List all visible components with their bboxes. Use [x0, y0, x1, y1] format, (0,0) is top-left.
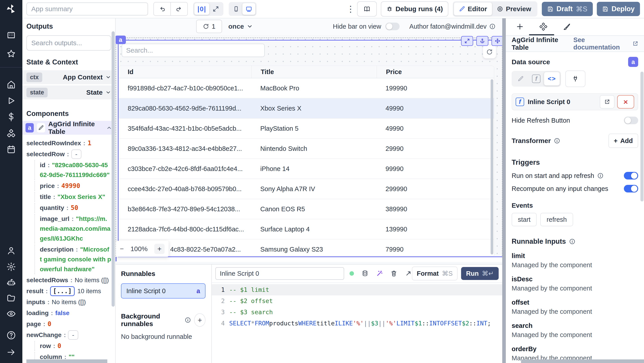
table-row[interactable]: ccee43dc-27e0-40a8-b768-b09579b0...Sony …: [119, 179, 494, 199]
draft-button[interactable]: Draft ⌘S: [542, 2, 593, 16]
aggrid-component[interactable]: a Id Title Price f991898d-cb27-4ac7-b10c…: [118, 40, 502, 257]
users-icon[interactable]: [6, 246, 16, 256]
move-component-button[interactable]: [492, 36, 502, 46]
table-row[interactable]: c303bce7-cb2e-42c6-8fdf-6aa01fc4e4...iPh…: [119, 159, 494, 179]
resources-icon[interactable]: [6, 128, 16, 138]
column-header-title[interactable]: Title: [251, 66, 376, 78]
workers-robot-icon[interactable]: [6, 277, 16, 287]
output-key-image_url[interactable]: image_url:"https://m.media-amazon.com/im…: [34, 214, 111, 243]
run-button[interactable]: Run ⌘↵: [461, 267, 499, 280]
template-mode-button[interactable]: f: [528, 72, 544, 86]
runnable-item-inline-script-0[interactable]: Inline Script 0 a: [121, 283, 206, 298]
collapse-component-button[interactable]: [106, 125, 112, 131]
billing-icon[interactable]: [6, 112, 16, 122]
output-key-newChange[interactable]: newChange:-: [26, 330, 111, 340]
panel-resizer-scrollbar[interactable]: [502, 18, 506, 363]
output-key-page[interactable]: page:0: [26, 319, 111, 329]
rename-component-button[interactable]: [37, 123, 45, 133]
see-documentation-link[interactable]: See documentation: [573, 36, 638, 51]
table-row[interactable]: f991898d-cb27-4ac7-b10c-0b9050ce1...MacB…: [119, 78, 494, 99]
code-line-4[interactable]: 4SELECT * FROM products WHERE title ILIK…: [212, 318, 502, 329]
component-list-item[interactable]: a AgGrid Infinite Table: [22, 121, 115, 135]
output-key-price[interactable]: price:49990: [34, 181, 111, 191]
expand-editor-icon[interactable]: [405, 270, 412, 277]
ctx-row[interactable]: ctx App Context: [22, 70, 115, 84]
output-key-inputs[interactable]: inputs:No items ([]): [26, 297, 111, 307]
workspace-icon[interactable]: [6, 31, 16, 40]
styling-brush-tab[interactable]: [563, 23, 571, 31]
outputs-scrollbar[interactable]: [112, 31, 115, 307]
hide-bar-toggle[interactable]: [385, 23, 400, 30]
output-key-id[interactable]: id:"829ca080-5630-4562-9d5e-7611199dc669…: [34, 160, 111, 180]
sql-code-editor[interactable]: 1-- $1 limit2-- $2 offset3-- $3 search4S…: [212, 284, 502, 329]
remove-script-button[interactable]: ×: [617, 95, 634, 109]
mobile-view-button[interactable]: [230, 3, 242, 15]
output-key-selectedRowIndex[interactable]: selectedRowIndex:1: [26, 138, 111, 148]
static-mode-button[interactable]: [513, 72, 528, 86]
output-key-selectedRow[interactable]: selectedRow:-: [26, 149, 111, 159]
output-key-quantity[interactable]: quantity:50: [34, 203, 111, 213]
schedules-icon[interactable]: [6, 145, 16, 154]
settings-gear-icon[interactable]: [6, 262, 16, 272]
code-line-3[interactable]: 3-- $3 search: [212, 307, 502, 318]
code-line-1[interactable]: 1-- $1 limit: [212, 284, 502, 295]
hide-refresh-toggle[interactable]: [624, 117, 638, 124]
column-header-price[interactable]: Price: [376, 66, 494, 78]
expand-component-button[interactable]: [461, 36, 473, 46]
table-row[interactable]: b3e864c8-7fe3-4270-89e9-54c12038...Canon…: [119, 199, 494, 219]
code-line-2[interactable]: 2-- $2 offset: [212, 295, 502, 307]
windmill-logo[interactable]: [5, 3, 17, 15]
script-name-input[interactable]: [215, 267, 344, 280]
tab-editor[interactable]: Editor: [454, 3, 492, 16]
output-key-loading[interactable]: loading:false: [26, 308, 111, 318]
table-row[interactable]: 4c83-8022-5e70a07a2...Samsung Galaxy S23…: [119, 239, 494, 256]
zoom-out-button[interactable]: −: [120, 245, 124, 253]
table-row[interactable]: 89c0a336-1343-4812-ac34-e4bb8e27...Ninte…: [119, 139, 494, 159]
connect-mode-button[interactable]: [565, 71, 586, 87]
tab-preview[interactable]: Preview: [492, 3, 536, 16]
table-search-input[interactable]: [122, 44, 265, 57]
more-menu-button[interactable]: ⋮: [346, 5, 355, 13]
padding-view-button[interactable]: |0|: [194, 3, 209, 15]
settings-scrollbar[interactable]: [640, 72, 644, 201]
output-key-description[interactable]: description:"Microsoft gaming console wi…: [34, 245, 111, 274]
event-pill-refresh[interactable]: refresh: [540, 213, 573, 226]
column-header-id[interactable]: Id: [119, 66, 251, 78]
add-transformer-button[interactable]: + Add: [608, 134, 638, 148]
table-row[interactable]: 829ca080-5630-4562-9d5e-7611199d...Xbox …: [119, 99, 494, 119]
home-icon[interactable]: [6, 80, 16, 89]
delete-trash-icon[interactable]: [390, 270, 397, 277]
runs-icon[interactable]: [6, 96, 16, 106]
settings-components-tab[interactable]: [539, 23, 548, 31]
state-row[interactable]: state State: [22, 86, 115, 99]
table-scrollbar[interactable]: [490, 79, 493, 254]
app-summary-input[interactable]: [26, 3, 148, 16]
table-refresh-button[interactable]: [483, 46, 496, 58]
insert-component-tab[interactable]: [516, 23, 524, 31]
run-on-start-toggle[interactable]: [624, 172, 638, 179]
zoom-in-button[interactable]: +: [154, 244, 164, 254]
outputs-hscrollbar[interactable]: [26, 359, 107, 363]
desktop-view-button[interactable]: [242, 3, 255, 15]
output-key-title[interactable]: title:"Xbox Series X": [34, 192, 111, 202]
database-icon[interactable]: [362, 270, 368, 277]
table-row[interactable]: 354f6afd-43ac-4321-b1bc-0b5e5adcb...Play…: [119, 119, 494, 139]
output-key-row[interactable]: row:0: [34, 341, 111, 351]
audit-eye-icon[interactable]: [6, 309, 16, 319]
output-key-selectedRows[interactable]: selectedRows:No items ([]): [26, 275, 111, 285]
format-button[interactable]: Format ⌘S: [412, 266, 458, 280]
deploy-button[interactable]: Deploy: [597, 2, 640, 16]
data-source-script-row[interactable]: f Inline Script 0 ×: [512, 93, 638, 110]
redo-button[interactable]: [171, 2, 188, 16]
recompute-toggle[interactable]: [624, 185, 638, 192]
table-row[interactable]: 2128adca-7fc6-44bd-800c-dc115df6ac...Sur…: [119, 219, 494, 239]
ai-wand-icon[interactable]: [376, 270, 383, 277]
event-pill-start[interactable]: start: [512, 213, 537, 226]
help-icon[interactable]: [6, 330, 16, 340]
folders-icon[interactable]: [6, 293, 16, 303]
add-background-runnable-button[interactable]: +: [194, 313, 206, 327]
canvas-hscrollbar[interactable]: [115, 256, 502, 262]
settings-hscrollbar[interactable]: [521, 359, 644, 363]
undo-button[interactable]: [154, 2, 171, 16]
collapse-arrow-icon[interactable]: [6, 347, 16, 357]
